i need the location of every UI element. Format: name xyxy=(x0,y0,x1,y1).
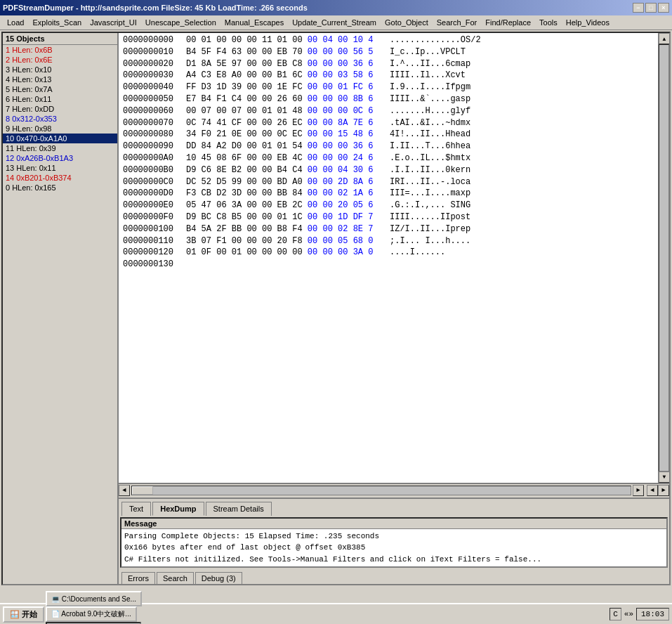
object-item-5[interactable]: 6 HLen: 0x11 xyxy=(3,94,117,104)
hex-ascii-15: IIII......IIpost xyxy=(387,212,473,223)
hex-row-14: 00000000E005 47 06 3A 00 00 EB 2C 00 00 … xyxy=(120,200,668,212)
hex-ascii-6: .......H....glyf xyxy=(387,105,473,117)
hex-row-19: 0000000130 xyxy=(120,259,668,271)
vertical-scrollbar[interactable]: ▲ ▼ xyxy=(658,33,669,483)
taskbar-app-1[interactable]: 📄 Acrobat 9.0中文破解... xyxy=(46,606,137,622)
objects-header: 15 Objects xyxy=(3,33,117,45)
hex-addr-7: 0000000070 xyxy=(120,117,183,129)
title-bar: PDFStreamDumper - http://sandsprite.com … xyxy=(0,0,672,15)
tab-text[interactable]: Text xyxy=(121,502,151,516)
hex-addr-14: 00000000E0 xyxy=(120,200,183,212)
hex-addr-18: 0000000120 xyxy=(120,247,183,259)
hex-addr-10: 00000000A0 xyxy=(120,152,183,164)
message-line: Parsing Complete Objects: 15 Elapsed Tim… xyxy=(124,531,664,542)
taskbar-app-0[interactable]: 💻 C:\Documents and Se... xyxy=(46,591,142,606)
object-item-0[interactable]: 1 HLen: 0x6B xyxy=(3,45,117,55)
minimize-button[interactable]: − xyxy=(633,3,644,13)
hex-row-1: 0000000010B4 5F F4 63 00 00 EB 70 00 00 … xyxy=(120,46,668,58)
start-button[interactable]: 🪟 开始 xyxy=(3,606,44,623)
start-label: 开始 xyxy=(22,609,37,620)
object-item-4[interactable]: 5 HLen: 0x7A xyxy=(3,84,117,94)
hex-bytes-9: DD 84 A2 D0 00 01 01 54 00 00 00 36 6 xyxy=(183,141,387,152)
menu-item-goto-object[interactable]: Goto_Object xyxy=(381,17,433,28)
menu-item-find-replace[interactable]: Find/Replace xyxy=(481,17,535,28)
hex-addr-13: 00000000D0 xyxy=(120,188,183,200)
menu-item-exploits-scan[interactable]: Exploits_Scan xyxy=(28,17,86,28)
object-item-11[interactable]: 12 0xA26B-0xB1A3 xyxy=(3,153,117,163)
object-item-1[interactable]: 2 HLen: 0x6E xyxy=(3,55,117,65)
hex-row-4: 0000000040FF D3 1D 39 00 00 1E FC 00 00 … xyxy=(120,82,668,93)
menu-bar: LoadExploits_ScanJavascript_UIUnescape_S… xyxy=(0,15,672,30)
horizontal-scrollbar: ◄ ► ◄ ► xyxy=(119,483,669,498)
maximize-button[interactable]: □ xyxy=(645,3,657,13)
menu-item-load[interactable]: Load xyxy=(3,17,28,28)
hex-addr-17: 0000000110 xyxy=(120,235,183,247)
hex-content: 000000000000 01 00 00 00 11 01 00 00 04 … xyxy=(119,33,669,272)
taskbar-right: C «» 18:03 xyxy=(610,608,669,620)
menu-item-update-current-stream[interactable]: Update_Current_Stream xyxy=(288,17,381,28)
hex-bytes-8: 34 F0 21 0E 00 00 0C EC 00 00 15 48 6 xyxy=(183,129,387,141)
hex-ascii-4: I.9...I....Ifpgm xyxy=(387,82,473,93)
tab-row: TextHexDumpStream Details xyxy=(121,502,666,516)
hex-addr-5: 0000000050 xyxy=(120,93,183,105)
scroll-right-button[interactable]: ► xyxy=(633,485,644,496)
hex-row-2: 0000000020D1 8A 5E 97 00 00 EB C8 00 00 … xyxy=(120,58,668,70)
tab-hexdump[interactable]: HexDump xyxy=(152,502,204,516)
scroll-left-button[interactable]: ◄ xyxy=(119,485,130,496)
bottom-tab-debug--3-[interactable]: Debug (3) xyxy=(195,572,242,584)
menu-item-manual-escapes[interactable]: Manual_Escapes xyxy=(220,17,288,28)
bottom-tab-errors[interactable]: Errors xyxy=(121,572,155,584)
hex-bytes-6: 00 07 00 07 00 01 01 48 00 00 00 0C 6 xyxy=(183,105,387,117)
object-item-7[interactable]: 8 0x312-0x353 xyxy=(3,114,117,124)
scroll-left2-button[interactable]: ◄ xyxy=(647,485,658,496)
hex-ascii-0: ..............OS/2 xyxy=(387,34,484,46)
object-item-10[interactable]: 11 HLen: 0x39 xyxy=(3,143,117,153)
scroll-right2-button[interactable]: ► xyxy=(658,485,669,496)
hex-ascii-10: .E.o..IL...$hmtx xyxy=(387,152,473,164)
menu-item-tools[interactable]: Tools xyxy=(535,17,562,28)
message-line: C# Filters not initilized. See Tools->Ma… xyxy=(124,554,664,566)
hex-bytes-15: D9 BC C8 B5 00 00 01 1C 00 00 1D DF 7 xyxy=(183,212,387,223)
object-list-panel: 15 Objects 1 HLen: 0x6B2 HLen: 0x6E3 HLe… xyxy=(3,33,119,584)
object-item-9[interactable]: 10 0x470-0xA1A0 xyxy=(3,134,117,143)
hex-ascii-3: IIII..Il...Xcvt xyxy=(387,70,468,82)
hex-addr-4: 0000000040 xyxy=(120,82,183,93)
object-item-3[interactable]: 4 HLen: 0x13 xyxy=(3,74,117,84)
scroll-thumb[interactable] xyxy=(659,44,669,472)
hex-addr-12: 00000000C0 xyxy=(120,176,183,188)
hex-bytes-11: D9 C6 8E B2 00 00 B4 C4 00 00 04 30 6 xyxy=(183,164,387,176)
hex-bytes-12: DC 52 D5 99 00 00 BD A0 00 00 2D 8A 6 xyxy=(183,176,387,188)
object-list: 1 HLen: 0x6B2 HLen: 0x6E3 HLen: 0x104 HL… xyxy=(3,45,117,193)
object-item-12[interactable]: 13 HLen: 0x11 xyxy=(3,163,117,173)
scroll-down-button[interactable]: ▼ xyxy=(659,472,669,483)
object-item-14[interactable]: 0 HLen: 0x165 xyxy=(3,183,117,193)
hex-bytes-17: 3B 07 F1 00 00 00 20 F8 00 00 05 68 0 xyxy=(183,235,387,247)
scroll-track[interactable] xyxy=(131,486,631,495)
tab-stream-details[interactable]: Stream Details xyxy=(206,502,272,516)
object-item-13[interactable]: 14 0xB201-0xB374 xyxy=(3,173,117,183)
scroll-up-button[interactable]: ▲ xyxy=(659,33,669,44)
menu-item-help-videos[interactable]: Help_Videos xyxy=(562,17,614,28)
hex-ascii-5: IIII..&`....gasp xyxy=(387,93,473,105)
object-item-8[interactable]: 9 HLen: 0x98 xyxy=(3,124,117,134)
hex-ascii-13: III=...I....maxp xyxy=(387,188,473,200)
hex-row-3: 0000000030A4 C3 E8 A0 00 00 B1 6C 00 00 … xyxy=(120,70,668,82)
hex-row-6: 000000006000 07 00 07 00 01 01 48 00 00 … xyxy=(120,105,668,117)
hex-bytes-18: 01 0F 00 01 00 00 00 00 00 00 00 3A 0 xyxy=(183,247,387,259)
hex-ascii-19 xyxy=(387,259,393,271)
menu-item-search-for[interactable]: Search_For xyxy=(433,17,481,28)
title-text: PDFStreamDumper - http://sandsprite.com … xyxy=(3,4,308,12)
hex-addr-11: 00000000B0 xyxy=(120,164,183,176)
hex-bytes-13: F3 CB D2 3D 00 00 BB 84 00 00 02 1A 6 xyxy=(183,188,387,200)
hex-display-area[interactable]: 000000000000 01 00 00 00 11 01 00 00 04 … xyxy=(119,33,669,483)
menu-item-javascript-ui[interactable]: Javascript_UI xyxy=(86,17,141,28)
close-button[interactable]: × xyxy=(658,3,669,13)
message-area: Message Parsing Complete Objects: 15 Ela… xyxy=(120,517,668,568)
bottom-tab-search[interactable]: Search xyxy=(157,572,194,584)
hex-bytes-7: 0C 74 41 CF 00 00 26 EC 00 00 8A 7E 6 xyxy=(183,117,387,129)
hex-addr-1: 0000000010 xyxy=(120,46,183,58)
object-item-6[interactable]: 7 HLen: 0xDD xyxy=(3,104,117,114)
hex-ascii-16: IZ/I..II...Iprep xyxy=(387,223,473,235)
object-item-2[interactable]: 3 HLen: 0x10 xyxy=(3,65,117,74)
menu-item-unescape-selection[interactable]: Unescape_Selection xyxy=(141,17,220,28)
